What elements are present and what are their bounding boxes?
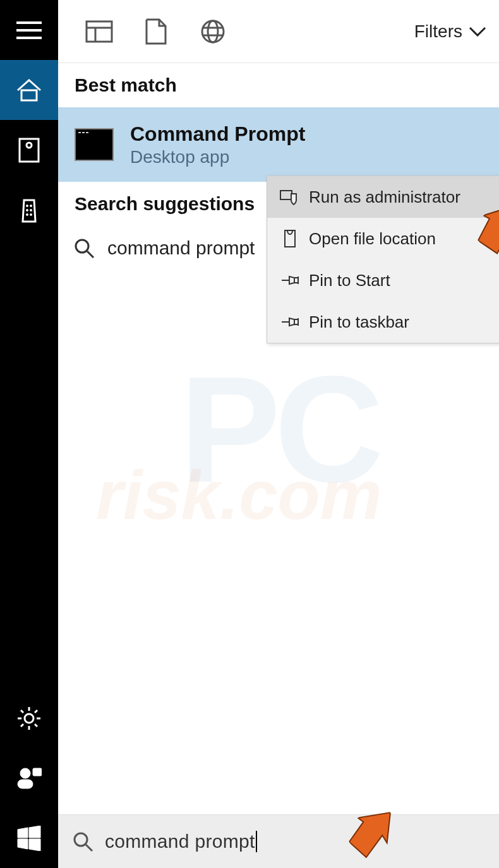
start-button[interactable] [0, 808, 58, 868]
context-menu: Run as administrator Open file location … [267, 175, 499, 343]
ctx-pin-to-taskbar[interactable]: Pin to taskbar [267, 301, 499, 343]
pin-icon [276, 273, 304, 288]
ctx-label: Pin to Start [309, 271, 390, 290]
svg-marker-26 [29, 826, 40, 838]
svg-point-36 [76, 240, 88, 253]
svg-rect-23 [18, 780, 33, 788]
svg-point-22 [20, 768, 30, 778]
filters-label: Filters [414, 21, 462, 42]
filter-apps-icon[interactable] [77, 20, 121, 43]
sidebar-feedback[interactable] [0, 748, 58, 808]
filters-dropdown[interactable]: Filters [414, 21, 486, 42]
shield-icon [276, 189, 304, 205]
svg-rect-40 [280, 191, 292, 199]
filter-toolbar: Filters [58, 0, 499, 63]
svg-line-20 [21, 724, 23, 727]
result-title: Command Prompt [130, 122, 305, 146]
svg-point-12 [30, 213, 32, 215]
svg-point-38 [75, 833, 87, 846]
svg-line-19 [35, 724, 37, 727]
search-input[interactable]: command prompt [58, 814, 499, 868]
svg-rect-3 [21, 90, 37, 100]
svg-marker-42 [289, 276, 294, 284]
command-prompt-icon [75, 128, 114, 161]
svg-line-21 [35, 710, 37, 713]
svg-marker-28 [29, 839, 40, 851]
svg-point-11 [27, 213, 28, 215]
sidebar-settings[interactable] [0, 688, 58, 748]
svg-point-5 [27, 143, 32, 148]
svg-marker-47 [289, 318, 294, 326]
search-query-text: command prompt [105, 831, 255, 852]
svg-point-8 [30, 205, 32, 206]
folder-icon [276, 229, 304, 248]
pin-icon [276, 314, 304, 330]
svg-marker-27 [18, 839, 28, 849]
result-subtitle: Desktop app [130, 147, 305, 167]
svg-line-39 [86, 845, 92, 851]
search-icon [72, 831, 93, 852]
filter-web-icon[interactable] [191, 19, 235, 44]
chevron-down-icon [469, 27, 486, 37]
svg-rect-29 [87, 21, 112, 42]
sidebar [0, 0, 58, 868]
sidebar-apps[interactable] [0, 120, 58, 180]
svg-point-33 [208, 21, 218, 42]
ctx-open-file-location[interactable]: Open file location [267, 218, 499, 259]
svg-point-13 [25, 714, 33, 723]
ctx-run-as-administrator[interactable]: Run as administrator [267, 176, 499, 218]
svg-point-7 [27, 205, 28, 206]
svg-rect-24 [33, 768, 42, 776]
sidebar-remote[interactable] [0, 180, 58, 240]
search-icon [71, 235, 97, 261]
svg-line-18 [21, 710, 23, 713]
sidebar-home[interactable] [0, 60, 58, 120]
svg-point-9 [27, 209, 28, 211]
svg-point-32 [202, 21, 224, 42]
svg-line-37 [87, 251, 93, 258]
hamburger-button[interactable] [0, 0, 58, 60]
svg-point-10 [30, 209, 32, 211]
text-caret [256, 831, 257, 852]
ctx-pin-to-start[interactable]: Pin to Start [267, 259, 499, 301]
result-command-prompt[interactable]: Command Prompt Desktop app [58, 107, 499, 182]
ctx-label: Open file location [309, 229, 436, 249]
best-match-heading: Best match [58, 63, 499, 107]
svg-marker-25 [18, 828, 28, 838]
main-panel: Filters Best match Command Prompt Deskto… [58, 0, 499, 868]
filter-documents-icon[interactable] [134, 18, 178, 45]
svg-marker-6 [23, 200, 35, 222]
ctx-label: Pin to taskbar [309, 312, 409, 332]
ctx-label: Run as administrator [309, 187, 460, 207]
